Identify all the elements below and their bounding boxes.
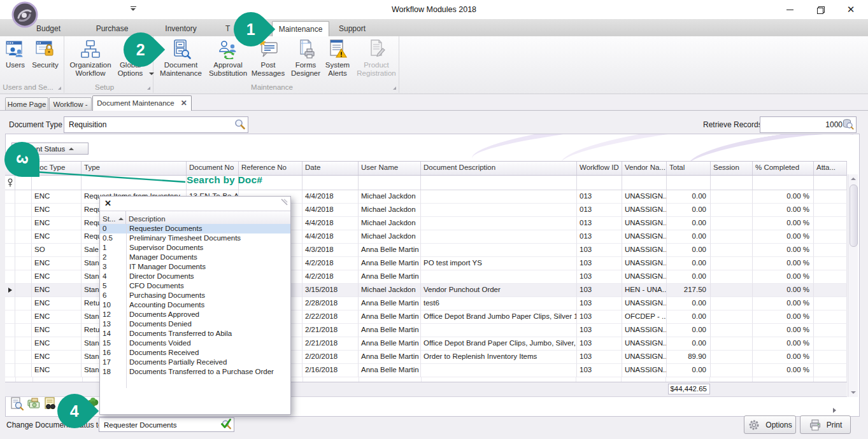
grid-cell[interactable]: 0.00 % <box>753 297 814 310</box>
grid-cell[interactable]: 0.00 % <box>753 324 814 337</box>
grid-cell[interactable]: 0.00 % <box>753 204 814 217</box>
grid-cell[interactable] <box>421 190 577 204</box>
filter-cell[interactable] <box>753 176 814 190</box>
column-header-reference-no[interactable]: Reference No <box>239 162 302 175</box>
ribbon-tab-maintenance[interactable]: Maintenance <box>272 21 329 37</box>
group-launcher-icon[interactable] <box>147 87 150 90</box>
grid-cell[interactable]: 0.00 <box>667 364 711 377</box>
grid-cell[interactable]: 0.00 <box>667 257 711 270</box>
grid-cell[interactable] <box>814 217 847 230</box>
popup-resize-grip-icon[interactable] <box>279 199 288 207</box>
change-status-field[interactable] <box>99 417 234 432</box>
status-list-item[interactable]: 10Accounting Documents <box>100 300 290 310</box>
database-search-icon[interactable] <box>842 118 854 130</box>
grid-cell[interactable]: ENC <box>32 324 82 337</box>
grid-cell[interactable]: 103 <box>577 244 622 257</box>
grid-cell[interactable]: 0.00 <box>667 297 711 310</box>
status-list-item[interactable]: 0.5Preliminary Timesheet Documents <box>100 233 290 243</box>
grid-cell[interactable]: 3/15/2018 <box>302 284 359 297</box>
money-icon[interactable] <box>27 397 41 411</box>
grid-cell[interactable]: 103 <box>577 297 622 310</box>
grid-cell[interactable]: ENC <box>32 204 82 217</box>
row-select-cell[interactable] <box>15 284 32 297</box>
grid-cell[interactable] <box>421 230 577 244</box>
grid-cell[interactable]: Michael Jackdon <box>359 230 421 244</box>
popup-column-status[interactable]: St... <box>100 211 126 225</box>
grid-cell[interactable]: SO <box>32 244 82 257</box>
row-select-cell[interactable] <box>15 204 32 217</box>
row-select-cell[interactable] <box>15 324 32 337</box>
grid-cell[interactable]: 103 <box>577 284 622 297</box>
status-list-item[interactable]: 13Documents Denied <box>100 319 290 329</box>
grid-cell[interactable]: 0.00 % <box>753 310 814 324</box>
scroll-up-icon[interactable] <box>851 178 856 180</box>
row-select-cell[interactable] <box>15 257 32 270</box>
grid-cell[interactable]: 013 <box>577 204 622 217</box>
grid-cell[interactable]: 013 <box>577 230 622 244</box>
status-list-item[interactable]: 4Director Documents <box>100 272 290 281</box>
grid-cell[interactable]: UNASSIGN... <box>622 257 667 270</box>
options-button[interactable]: Options <box>744 415 796 434</box>
grid-cell[interactable] <box>711 230 753 244</box>
grid-cell[interactable]: Anna Belle Martin <box>359 351 421 364</box>
ribbon-tab-support[interactable]: Support <box>330 21 374 36</box>
row-select-cell[interactable] <box>15 351 32 364</box>
grid-cell[interactable]: 4/4/2018 <box>302 217 359 230</box>
grid-cell[interactable] <box>814 204 847 217</box>
grid-cell[interactable]: 0.00 <box>667 217 711 230</box>
grid-cell[interactable] <box>814 270 847 284</box>
grid-cell[interactable] <box>711 190 753 204</box>
change-status-input[interactable] <box>103 419 222 431</box>
row-select-cell[interactable] <box>15 337 32 351</box>
grid-cell[interactable]: ENC <box>32 337 82 351</box>
grid-cell[interactable]: Office Depot Brand Paper Clips, Jumbo, S… <box>421 337 577 351</box>
grid-cell[interactable] <box>814 297 847 310</box>
grid-cell[interactable]: 103 <box>577 337 622 351</box>
grid-cell[interactable]: 013 <box>577 190 622 204</box>
grid-cell[interactable]: Anna Belle Martin <box>359 270 421 284</box>
grid-cell[interactable]: Anna Belle Martin <box>359 257 421 270</box>
grid-cell[interactable]: Anna Belle Martin <box>359 310 421 324</box>
grid-cell[interactable]: ENC <box>32 364 82 377</box>
grid-cell[interactable] <box>421 217 577 230</box>
grid-cell[interactable] <box>421 204 577 217</box>
grid-cell[interactable]: ENC <box>32 297 82 310</box>
grid-cell[interactable]: 0.00 % <box>753 257 814 270</box>
grid-cell[interactable]: 103 <box>577 324 622 337</box>
grid-cell[interactable]: UNASSIGN... <box>622 351 667 364</box>
column-header-user-name[interactable]: User Name <box>359 162 421 175</box>
filter-cell[interactable] <box>302 176 359 190</box>
grid-cell[interactable]: 2/16/2018 <box>302 364 359 377</box>
grid-cell[interactable]: 0.00 % <box>753 190 814 204</box>
grid-cell[interactable]: Michael Jackdon <box>359 217 421 230</box>
restore-button[interactable] <box>809 0 832 19</box>
grid-cell[interactable]: UNASSIGN... <box>622 217 667 230</box>
column-header-type[interactable]: Type <box>82 162 187 175</box>
grid-cell[interactable]: UNASSIGN... <box>622 337 667 351</box>
filter-cell[interactable] <box>32 176 82 190</box>
grid-cell[interactable]: 4/4/2018 <box>302 230 359 244</box>
grid-cell[interactable] <box>814 337 847 351</box>
popup-column-description[interactable]: Description <box>126 211 290 225</box>
grid-cell[interactable]: 4/4/2018 <box>302 204 359 217</box>
grid-cell[interactable]: Anna Belle Martin <box>359 364 421 377</box>
status-list-item[interactable]: 3IT Manager Documents <box>100 262 290 272</box>
grid-cell[interactable]: 4/3/2018 <box>302 244 359 257</box>
grid-cell[interactable]: UNASSIGN... <box>622 244 667 257</box>
grid-cell[interactable]: 2/28/2018 <box>302 297 359 310</box>
grid-cell[interactable] <box>814 284 847 297</box>
grid-cell[interactable]: 0.00 <box>667 310 711 324</box>
grid-cell[interactable]: 0.00 <box>667 244 711 257</box>
grid-cell[interactable]: 4/2/2018 <box>302 270 359 284</box>
grid-cell[interactable]: Michael Jackdon <box>359 284 421 297</box>
grid-cell[interactable]: 0.00 <box>667 337 711 351</box>
grid-cell[interactable]: 89.90 <box>667 351 711 364</box>
grid-cell[interactable] <box>814 364 847 377</box>
grid-cell[interactable] <box>814 190 847 204</box>
scroll-right-icon[interactable] <box>833 408 836 413</box>
status-list-item[interactable]: 5CFO Documents <box>100 281 290 291</box>
row-select-cell[interactable] <box>15 230 32 244</box>
grid-cell[interactable]: Office Depot Brand Jumbo Paper Clips, Si… <box>421 310 577 324</box>
grid-cell[interactable] <box>814 257 847 270</box>
popup-close-icon[interactable]: ✕ <box>104 199 111 207</box>
